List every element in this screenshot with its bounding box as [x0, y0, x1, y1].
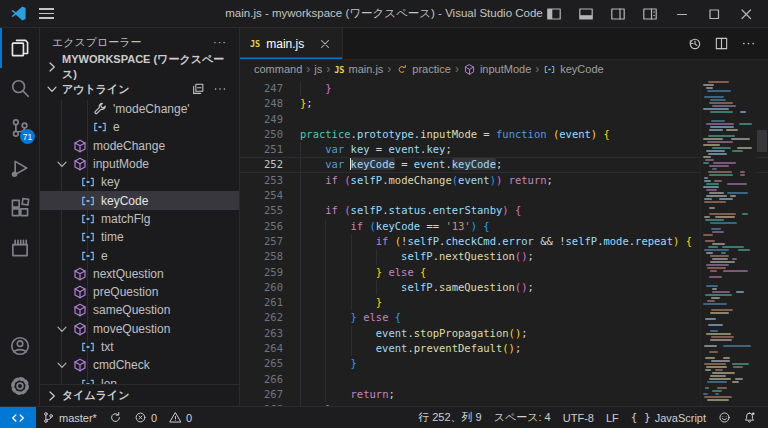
code-line-251[interactable]: 251var key = event.key; [240, 142, 768, 157]
code-line-260[interactable]: 260selfP.sameQuestion(); [240, 280, 768, 295]
scrollbar-thumb[interactable] [757, 130, 767, 152]
code-line-247[interactable]: 247} [240, 81, 768, 96]
code-line-257[interactable]: 257if (!selfP.checkCmd.error && !selfP.m… [240, 234, 768, 249]
outline-label: sameQuestion [93, 303, 170, 317]
minimap[interactable] [700, 78, 756, 406]
editor-scrollbar[interactable] [756, 78, 768, 406]
status-errors[interactable]: 0 [128, 411, 163, 424]
variable-icon [80, 339, 96, 355]
outline-item-key[interactable]: key [40, 173, 239, 191]
section-workspace[interactable]: MYWORKSPACE (ワークスペース) [40, 56, 239, 78]
activity-account[interactable] [0, 326, 39, 366]
code-token: ; [445, 143, 451, 155]
activity-settings[interactable] [0, 366, 39, 406]
code-line-250[interactable]: 250practice.prototype.inputMode = functi… [240, 127, 768, 142]
layout-panel-icon[interactable] [572, 2, 600, 26]
tab-close-icon[interactable] [318, 37, 332, 51]
activity-notebook[interactable] [0, 228, 39, 268]
menu-icon[interactable] [39, 5, 54, 21]
layout-customize-icon[interactable] [636, 2, 664, 26]
code-line-267[interactable]: 267return; [240, 387, 768, 402]
status-right: 行 252、列 9スペース: 4UTF-8LF{ }JavaScript [412, 410, 768, 425]
code-text: } [300, 295, 382, 310]
section-timeline[interactable]: タイムライン [40, 384, 239, 406]
code-line-259[interactable]: 259} else { [240, 265, 768, 280]
remote-indicator[interactable] [0, 407, 36, 428]
indent-guide [325, 219, 350, 234]
status-eol[interactable]: LF [600, 412, 625, 424]
outline-item-matchFlg[interactable]: matchFlg [40, 210, 239, 228]
collapse-all-icon[interactable] [191, 82, 205, 96]
outline-item-sameQuestion[interactable]: sameQuestion [40, 301, 239, 319]
code-editor[interactable]: 247}248};249250practice.prototype.inputM… [240, 78, 768, 406]
activity-source-control[interactable]: 71 [0, 108, 39, 148]
status-encoding[interactable]: UTF-8 [557, 412, 600, 424]
section-outline[interactable]: アウトライン [40, 78, 239, 100]
code-line-261[interactable]: 261} [240, 295, 768, 310]
minimize-icon[interactable] [668, 2, 696, 26]
outline-item-keyCode[interactable]: keyCode [40, 191, 239, 209]
more-icon[interactable] [741, 36, 756, 51]
outline-more-icon[interactable] [213, 82, 227, 96]
status-indentation[interactable]: スペース: 4 [488, 410, 557, 425]
code-line-252[interactable]: 252var keyCode = event.keyCode; [240, 157, 768, 172]
activity-run-debug[interactable] [0, 148, 39, 188]
code-line-266[interactable]: 266 [240, 372, 768, 387]
layout-sidebar-icon[interactable] [540, 2, 568, 26]
minimap-line [712, 288, 717, 290]
outline-label: 'modeChange' [113, 102, 190, 116]
breadcrumb-js[interactable]: js [314, 63, 322, 75]
outline-item-txt[interactable]: txt [40, 338, 239, 356]
code-line-253[interactable]: 253if (selfP.modeChange(event)) return; [240, 173, 768, 188]
line-number: 256 [240, 219, 300, 234]
activity-search[interactable] [0, 68, 39, 108]
outline-item-preQuestion[interactable]: preQuestion [40, 283, 239, 301]
status-git-sync[interactable] [103, 411, 128, 424]
history-icon[interactable] [687, 36, 702, 51]
status-warnings[interactable]: 0 [163, 411, 198, 424]
status-notifications[interactable] [737, 411, 762, 424]
code-line-249[interactable]: 249 [240, 112, 768, 127]
outline-item-modeChange[interactable]: 'modeChange' [40, 100, 239, 118]
layout-sidebar-right-icon[interactable] [604, 2, 632, 26]
chevron-down-icon[interactable] [54, 156, 70, 172]
code-line-256[interactable]: 256if (keyCode == '13') { [240, 219, 768, 234]
breadcrumb-practice[interactable]: practice [395, 63, 451, 76]
line-number: 253 [240, 173, 300, 188]
outline-item-e[interactable]: e [40, 246, 239, 264]
chevron-down-icon[interactable] [54, 321, 70, 337]
breadcrumb-keyCode[interactable]: keyCode [543, 63, 603, 76]
split-editor-icon[interactable] [714, 36, 729, 51]
code-line-264[interactable]: 264event.preventDefault(); [240, 341, 768, 356]
outline-item-time[interactable]: time [40, 228, 239, 246]
status-git-branch[interactable]: master* [36, 411, 103, 424]
status-feedback[interactable] [712, 411, 737, 424]
code-line-263[interactable]: 263event.stopPropagation(); [240, 326, 768, 341]
code-line-258[interactable]: 258selfP.nextQuestion(); [240, 249, 768, 264]
outline-item-e[interactable]: e [40, 118, 239, 136]
breadcrumb-mainjs[interactable]: JSmain.js [334, 63, 383, 75]
code-line-255[interactable]: 255if (selfP.status.enterStanby) { [240, 203, 768, 218]
outline-item-moveQuestion[interactable]: moveQuestion [40, 320, 239, 338]
breadcrumb-inputMode[interactable]: inputMode [463, 63, 531, 76]
outline-item-modeChange[interactable]: modeChange [40, 137, 239, 155]
maximize-icon[interactable] [700, 2, 728, 26]
outline-item-nextQuestion[interactable]: nextQuestion [40, 265, 239, 283]
code-line-265[interactable]: 265} [240, 356, 768, 371]
breadcrumb-command[interactable]: command [254, 63, 302, 75]
outline-item-cmdCheck[interactable]: cmdCheck [40, 356, 239, 374]
sidebar-more-icon[interactable]: ··· [213, 36, 227, 48]
outline-item-inputMode[interactable]: inputMode [40, 155, 239, 173]
code-line-248[interactable]: 248}; [240, 96, 768, 111]
outline-item-len[interactable]: len [40, 374, 239, 384]
activity-extensions[interactable] [0, 188, 39, 228]
code-line-254[interactable]: 254 [240, 188, 768, 203]
chevron-down-icon[interactable] [54, 357, 70, 373]
status-language-mode[interactable]: { }JavaScript [625, 411, 712, 424]
tab-main-js[interactable]: JS main.js [240, 28, 343, 59]
window-close-icon[interactable] [732, 2, 760, 26]
activity-explorer[interactable] [0, 28, 39, 68]
status-cursor-position[interactable]: 行 252、列 9 [412, 410, 488, 425]
code-line-262[interactable]: 262} else { [240, 310, 768, 325]
code-token: selfP [351, 174, 383, 186]
